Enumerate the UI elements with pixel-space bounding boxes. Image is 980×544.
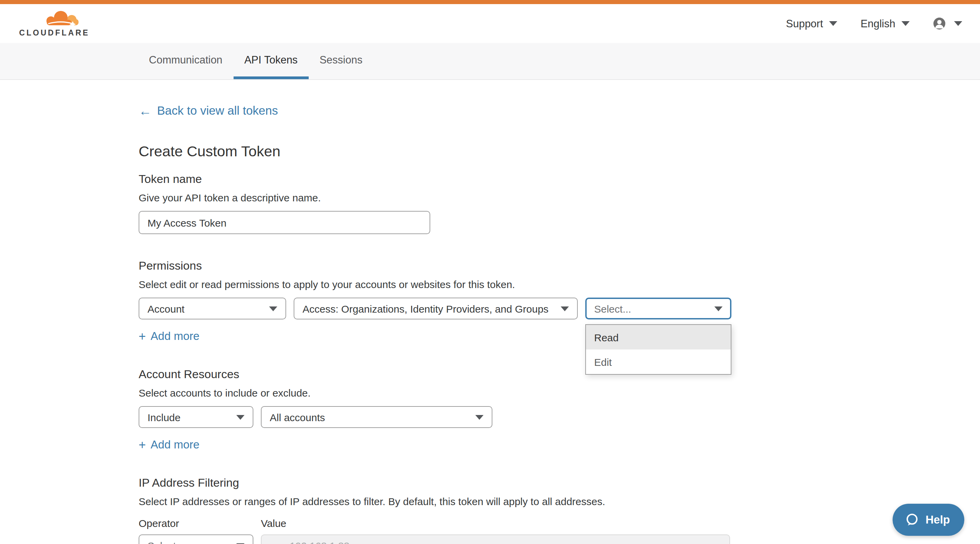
permissions-heading: Permissions — [138, 259, 980, 274]
plus-icon: + — [138, 331, 146, 342]
permission-level-dropdown: Read Edit — [585, 324, 732, 375]
add-more-label: Add more — [151, 330, 199, 343]
permission-scope-select[interactable]: Account — [138, 298, 286, 319]
back-link-label: Back to view all tokens — [157, 104, 278, 118]
tab-api-tokens[interactable]: API Tokens — [233, 43, 308, 79]
back-to-tokens-link[interactable]: ← Back to view all tokens — [138, 104, 278, 118]
account-resources-heading: Account Resources — [138, 367, 980, 382]
token-name-input[interactable] — [138, 211, 430, 234]
language-menu[interactable]: English — [861, 17, 910, 30]
permissions-description: Select edit or read permissions to apply… — [138, 278, 980, 291]
permission-scope-value: Account — [148, 303, 185, 314]
header: CLOUDFLARE Support English — [0, 4, 980, 43]
cloudflare-cloud-icon — [42, 10, 79, 29]
permission-group-value: Access: Organizations, Identity Provider… — [302, 303, 548, 314]
cloudflare-wordmark: CLOUDFLARE — [19, 29, 89, 38]
cloudflare-logo[interactable]: CLOUDFLARE — [19, 10, 82, 38]
value-label: Value — [261, 517, 286, 529]
tabs: Communication API Tokens Sessions — [138, 43, 980, 79]
chevron-down-icon — [829, 21, 837, 26]
page-title: Create Custom Token — [138, 143, 980, 161]
token-name-heading: Token name — [138, 172, 980, 187]
help-button[interactable]: Help — [892, 504, 964, 536]
ip-operator-value: Select... — [148, 539, 185, 544]
avatar-icon — [933, 17, 946, 30]
tab-sessions[interactable]: Sessions — [309, 43, 374, 79]
account-resources-description: Select accounts to include or exclude. — [138, 386, 980, 399]
token-name-section: Token name Give your API token a descrip… — [138, 172, 980, 234]
ip-filter-row: Select... — [138, 534, 980, 544]
dropdown-option-read[interactable]: Read — [586, 325, 731, 349]
ip-filtering-heading: IP Address Filtering — [138, 476, 980, 491]
account-resources-row: Include All accounts — [138, 406, 980, 428]
ip-filter-labels: Operator Value — [138, 517, 980, 529]
ip-value-input[interactable] — [261, 534, 730, 544]
resource-mode-value: Include — [148, 411, 181, 423]
permissions-section: Permissions Select edit or read permissi… — [138, 259, 980, 343]
chevron-down-icon — [902, 21, 910, 26]
account-resources-section: Account Resources Select accounts to inc… — [138, 367, 980, 451]
permission-group-select[interactable]: Access: Organizations, Identity Provider… — [294, 298, 578, 319]
plus-icon: + — [138, 439, 146, 450]
token-name-description: Give your API token a descriptive name. — [138, 191, 980, 204]
back-arrow-icon: ← — [138, 105, 152, 117]
dropdown-option-edit[interactable]: Edit — [586, 349, 731, 374]
tab-bar: Communication API Tokens Sessions — [0, 43, 980, 80]
header-menu: Support English — [786, 17, 962, 30]
resource-mode-select[interactable]: Include — [138, 406, 253, 428]
ip-filtering-description: Select IP addresses or ranges of IP addr… — [138, 495, 980, 508]
permissions-add-more-button[interactable]: + Add more — [138, 330, 199, 343]
operator-label: Operator — [138, 517, 261, 529]
main-content: ← Back to view all tokens Create Custom … — [0, 80, 980, 544]
language-label: English — [861, 17, 895, 30]
chevron-down-icon — [561, 306, 569, 311]
ip-operator-select[interactable]: Select... — [138, 534, 253, 544]
chevron-down-icon — [714, 306, 722, 311]
help-button-label: Help — [925, 513, 950, 526]
top-orange-bar — [0, 0, 980, 4]
chevron-down-icon — [475, 415, 484, 419]
support-label: Support — [786, 17, 823, 30]
permission-level-select[interactable]: Select... Read Edit — [585, 298, 732, 319]
page: CLOUDFLARE Support English — [0, 0, 980, 544]
permissions-row: Account Access: Organizations, Identity … — [138, 298, 980, 319]
chevron-down-icon — [954, 21, 962, 26]
chat-bubble-icon — [905, 512, 919, 527]
ip-filtering-section: IP Address Filtering Select IP addresses… — [138, 476, 980, 544]
tab-communication[interactable]: Communication — [138, 43, 233, 79]
account-menu[interactable] — [933, 17, 962, 30]
chevron-down-icon — [269, 306, 277, 311]
account-resources-add-more-button[interactable]: + Add more — [138, 438, 199, 451]
chevron-down-icon — [236, 415, 245, 419]
resource-target-value: All accounts — [270, 411, 325, 423]
add-more-label: Add more — [151, 438, 199, 451]
support-menu[interactable]: Support — [786, 17, 838, 30]
permission-level-value: Select... — [594, 303, 631, 314]
resource-target-select[interactable]: All accounts — [261, 406, 492, 428]
